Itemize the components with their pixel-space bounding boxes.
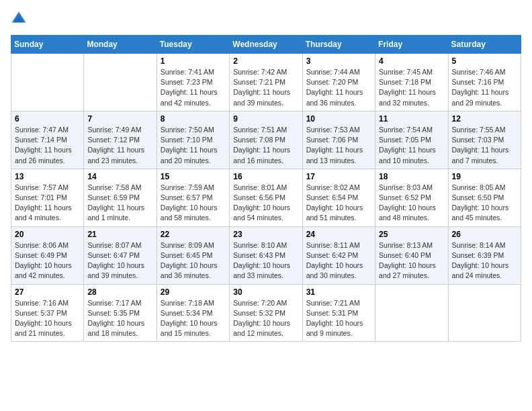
day-number: 23 xyxy=(233,230,298,239)
calendar-day-cell: 17Sunrise: 8:02 AM Sunset: 6:54 PM Dayli… xyxy=(302,169,375,226)
calendar-day-cell: 26Sunrise: 8:14 AM Sunset: 6:39 PM Dayli… xyxy=(448,226,521,284)
calendar-day-cell: 21Sunrise: 8:07 AM Sunset: 6:47 PM Dayli… xyxy=(84,226,157,284)
day-info: Sunrise: 8:07 AM Sunset: 6:47 PM Dayligh… xyxy=(87,240,152,281)
calendar-day-cell xyxy=(11,54,84,111)
calendar-day-cell: 5Sunrise: 7:46 AM Sunset: 7:16 PM Daylig… xyxy=(448,54,521,111)
day-info: Sunrise: 7:42 AM Sunset: 7:21 PM Dayligh… xyxy=(233,67,298,108)
day-info: Sunrise: 8:09 AM Sunset: 6:45 PM Dayligh… xyxy=(161,240,226,281)
day-number: 4 xyxy=(379,56,444,66)
day-number: 2 xyxy=(233,56,298,66)
day-info: Sunrise: 7:41 AM Sunset: 7:23 PM Dayligh… xyxy=(161,67,226,108)
calendar-day-cell: 22Sunrise: 8:09 AM Sunset: 6:45 PM Dayli… xyxy=(157,226,229,284)
day-number: 10 xyxy=(306,114,371,124)
calendar-day-cell: 16Sunrise: 8:01 AM Sunset: 6:56 PM Dayli… xyxy=(230,169,302,226)
calendar-day-cell: 30Sunrise: 7:20 AM Sunset: 5:32 PM Dayli… xyxy=(230,284,302,342)
day-info: Sunrise: 7:17 AM Sunset: 5:35 PM Dayligh… xyxy=(87,298,152,339)
calendar-day-cell: 12Sunrise: 7:55 AM Sunset: 7:03 PM Dayli… xyxy=(448,111,521,169)
day-number: 7 xyxy=(87,114,152,124)
day-info: Sunrise: 7:53 AM Sunset: 7:06 PM Dayligh… xyxy=(306,125,371,166)
day-info: Sunrise: 8:05 AM Sunset: 6:50 PM Dayligh… xyxy=(452,183,517,224)
day-info: Sunrise: 7:55 AM Sunset: 7:03 PM Dayligh… xyxy=(452,125,517,166)
day-number: 29 xyxy=(161,287,226,297)
day-info: Sunrise: 8:11 AM Sunset: 6:42 PM Dayligh… xyxy=(306,240,371,281)
day-number: 22 xyxy=(161,230,226,239)
day-info: Sunrise: 7:21 AM Sunset: 5:31 PM Dayligh… xyxy=(306,298,371,339)
day-info: Sunrise: 8:10 AM Sunset: 6:43 PM Dayligh… xyxy=(233,240,298,281)
day-info: Sunrise: 7:18 AM Sunset: 5:34 PM Dayligh… xyxy=(161,298,226,339)
day-info: Sunrise: 7:54 AM Sunset: 7:05 PM Dayligh… xyxy=(379,125,444,166)
day-number: 1 xyxy=(161,56,226,66)
day-info: Sunrise: 7:49 AM Sunset: 7:12 PM Dayligh… xyxy=(87,125,152,166)
calendar-day-cell: 8Sunrise: 7:50 AM Sunset: 7:10 PM Daylig… xyxy=(157,111,229,169)
calendar-day-cell: 13Sunrise: 7:57 AM Sunset: 7:01 PM Dayli… xyxy=(11,169,84,226)
day-of-week-header: Friday xyxy=(375,36,448,54)
day-info: Sunrise: 7:46 AM Sunset: 7:16 PM Dayligh… xyxy=(452,67,517,108)
calendar-day-cell: 25Sunrise: 8:13 AM Sunset: 6:40 PM Dayli… xyxy=(375,226,448,284)
day-info: Sunrise: 7:47 AM Sunset: 7:14 PM Dayligh… xyxy=(15,125,80,166)
day-number: 14 xyxy=(87,172,152,181)
day-info: Sunrise: 7:57 AM Sunset: 7:01 PM Dayligh… xyxy=(15,183,80,224)
calendar-day-cell: 4Sunrise: 7:45 AM Sunset: 7:18 PM Daylig… xyxy=(375,54,448,111)
calendar-day-cell: 3Sunrise: 7:44 AM Sunset: 7:20 PM Daylig… xyxy=(302,54,375,111)
day-info: Sunrise: 7:59 AM Sunset: 6:57 PM Dayligh… xyxy=(161,183,226,224)
calendar-week-row: 6Sunrise: 7:47 AM Sunset: 7:14 PM Daylig… xyxy=(11,111,521,169)
day-number: 8 xyxy=(161,114,226,124)
day-info: Sunrise: 8:02 AM Sunset: 6:54 PM Dayligh… xyxy=(306,183,371,224)
logo-icon xyxy=(11,11,27,27)
day-info: Sunrise: 7:51 AM Sunset: 7:08 PM Dayligh… xyxy=(233,125,298,166)
calendar-day-cell: 7Sunrise: 7:49 AM Sunset: 7:12 PM Daylig… xyxy=(84,111,157,169)
calendar-day-cell: 15Sunrise: 7:59 AM Sunset: 6:57 PM Dayli… xyxy=(157,169,229,226)
day-of-week-header: Sunday xyxy=(11,36,84,54)
day-info: Sunrise: 7:45 AM Sunset: 7:18 PM Dayligh… xyxy=(379,67,444,108)
day-number: 26 xyxy=(452,230,517,239)
day-info: Sunrise: 8:03 AM Sunset: 6:52 PM Dayligh… xyxy=(379,183,444,224)
day-number: 25 xyxy=(379,230,444,239)
calendar-day-cell: 9Sunrise: 7:51 AM Sunset: 7:08 PM Daylig… xyxy=(230,111,302,169)
calendar-day-cell: 31Sunrise: 7:21 AM Sunset: 5:31 PM Dayli… xyxy=(302,284,375,342)
calendar-day-cell: 1Sunrise: 7:41 AM Sunset: 7:23 PM Daylig… xyxy=(157,54,229,111)
day-number: 15 xyxy=(161,172,226,181)
calendar-day-cell: 27Sunrise: 7:16 AM Sunset: 5:37 PM Dayli… xyxy=(11,284,84,342)
calendar-day-cell: 10Sunrise: 7:53 AM Sunset: 7:06 PM Dayli… xyxy=(302,111,375,169)
calendar-week-row: 1Sunrise: 7:41 AM Sunset: 7:23 PM Daylig… xyxy=(11,54,521,111)
calendar-day-cell: 6Sunrise: 7:47 AM Sunset: 7:14 PM Daylig… xyxy=(11,111,84,169)
calendar-day-cell: 14Sunrise: 7:58 AM Sunset: 6:59 PM Dayli… xyxy=(84,169,157,226)
calendar-day-cell: 24Sunrise: 8:11 AM Sunset: 6:42 PM Dayli… xyxy=(302,226,375,284)
day-number: 27 xyxy=(15,287,80,297)
day-of-week-header: Monday xyxy=(84,36,157,54)
day-info: Sunrise: 8:13 AM Sunset: 6:40 PM Dayligh… xyxy=(379,240,444,281)
calendar-day-cell: 28Sunrise: 7:17 AM Sunset: 5:35 PM Dayli… xyxy=(84,284,157,342)
day-of-week-header: Saturday xyxy=(448,36,521,54)
day-info: Sunrise: 7:50 AM Sunset: 7:10 PM Dayligh… xyxy=(161,125,226,166)
day-info: Sunrise: 8:14 AM Sunset: 6:39 PM Dayligh… xyxy=(452,240,517,281)
calendar-day-cell: 18Sunrise: 8:03 AM Sunset: 6:52 PM Dayli… xyxy=(375,169,448,226)
day-number: 12 xyxy=(452,114,517,124)
calendar-day-cell: 20Sunrise: 8:06 AM Sunset: 6:49 PM Dayli… xyxy=(11,226,84,284)
day-info: Sunrise: 7:58 AM Sunset: 6:59 PM Dayligh… xyxy=(87,183,152,224)
day-number: 18 xyxy=(379,172,444,181)
calendar-week-row: 27Sunrise: 7:16 AM Sunset: 5:37 PM Dayli… xyxy=(11,284,521,342)
page-header xyxy=(11,11,521,27)
calendar-day-cell: 29Sunrise: 7:18 AM Sunset: 5:34 PM Dayli… xyxy=(157,284,229,342)
calendar-day-cell xyxy=(84,54,157,111)
calendar-day-cell: 2Sunrise: 7:42 AM Sunset: 7:21 PM Daylig… xyxy=(230,54,302,111)
day-number: 21 xyxy=(87,230,152,239)
day-number: 17 xyxy=(306,172,371,181)
day-number: 16 xyxy=(233,172,298,181)
calendar-day-cell: 19Sunrise: 8:05 AM Sunset: 6:50 PM Dayli… xyxy=(448,169,521,226)
day-number: 11 xyxy=(379,114,444,124)
calendar-week-row: 20Sunrise: 8:06 AM Sunset: 6:49 PM Dayli… xyxy=(11,226,521,284)
calendar-day-cell: 11Sunrise: 7:54 AM Sunset: 7:05 PM Dayli… xyxy=(375,111,448,169)
day-number: 6 xyxy=(15,114,80,124)
day-info: Sunrise: 7:16 AM Sunset: 5:37 PM Dayligh… xyxy=(15,298,80,339)
day-number: 24 xyxy=(306,230,371,239)
day-number: 30 xyxy=(233,287,298,297)
logo xyxy=(11,11,30,27)
day-number: 3 xyxy=(306,56,371,66)
day-of-week-header: Tuesday xyxy=(157,36,229,54)
calendar-day-cell: 23Sunrise: 8:10 AM Sunset: 6:43 PM Dayli… xyxy=(230,226,302,284)
day-info: Sunrise: 8:01 AM Sunset: 6:56 PM Dayligh… xyxy=(233,183,298,224)
calendar-header-row: SundayMondayTuesdayWednesdayThursdayFrid… xyxy=(11,36,521,54)
day-info: Sunrise: 8:06 AM Sunset: 6:49 PM Dayligh… xyxy=(15,240,80,281)
day-number: 9 xyxy=(233,114,298,124)
